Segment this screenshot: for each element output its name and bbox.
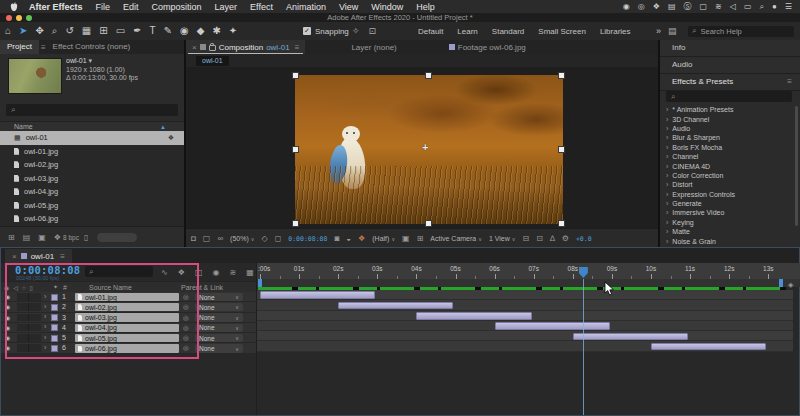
layer-expand-arrow[interactable]: › bbox=[44, 313, 46, 320]
magnification-select[interactable]: (50%)∨ bbox=[230, 235, 254, 242]
effects-category-3d-channel[interactable]: ›3D Channel bbox=[660, 114, 794, 123]
layer-visibility-toggle[interactable]: ◉ bbox=[5, 324, 10, 331]
panel-menu-icon[interactable]: ≡ bbox=[787, 74, 792, 90]
color-depth-label[interactable]: 8 bpc bbox=[63, 227, 79, 248]
skype-icon[interactable]: Ⓢ bbox=[684, 0, 692, 13]
panel-menu-icon[interactable]: ≡ bbox=[295, 43, 300, 52]
selection-handle[interactable] bbox=[292, 72, 299, 79]
layer-switch-cells[interactable] bbox=[17, 293, 41, 301]
printer-icon[interactable]: ▤ bbox=[668, 0, 676, 13]
effects-category-generate[interactable]: ›Generate bbox=[660, 199, 794, 208]
comp-marker-bin-icon[interactable]: ◈ bbox=[788, 281, 793, 289]
layer-bar-1[interactable] bbox=[260, 291, 375, 299]
video-column-icon[interactable]: ◉ bbox=[4, 284, 9, 291]
effects-scrollbar[interactable] bbox=[795, 106, 798, 226]
frame-blending-icon[interactable]: ◉ bbox=[212, 268, 219, 277]
pen-tool[interactable]: ✒ bbox=[133, 22, 141, 40]
tab-composition[interactable]: × Composition owl-01 ≡ bbox=[186, 40, 305, 54]
selection-handle[interactable] bbox=[558, 72, 565, 79]
workspace-standard[interactable]: Standard bbox=[492, 27, 524, 36]
comp-mini-flowchart-icon[interactable]: ∿ bbox=[161, 268, 168, 277]
timeline-button-icon[interactable]: ∆ bbox=[550, 234, 555, 243]
always-preview-icon[interactable]: ◘ bbox=[191, 234, 196, 243]
layer-expand-arrow[interactable]: › bbox=[44, 303, 46, 310]
home-tool[interactable]: ⌂ bbox=[5, 22, 11, 40]
project-footer-pill[interactable] bbox=[97, 233, 137, 242]
camera-tool[interactable]: ▦ bbox=[82, 22, 91, 40]
brush-tool[interactable]: ✎ bbox=[164, 22, 172, 40]
camera-select[interactable]: Active Camera∨ bbox=[430, 235, 482, 242]
workspace-menu-icon[interactable]: ▤ bbox=[668, 22, 677, 40]
menu-item-effect[interactable]: Effect bbox=[250, 2, 273, 12]
selection-handle[interactable] bbox=[558, 146, 565, 153]
layer-bar-5[interactable] bbox=[573, 333, 688, 341]
snapping-checkbox[interactable]: ✓ bbox=[303, 27, 311, 35]
resolution-select[interactable]: (Half)∨ bbox=[372, 235, 395, 242]
selection-handle[interactable] bbox=[425, 220, 432, 227]
volume-icon[interactable]: ◁ bbox=[730, 0, 736, 13]
composition-canvas[interactable]: + bbox=[295, 75, 563, 224]
layer-source-name[interactable]: owl-05.jpg bbox=[75, 334, 179, 342]
wifi-icon[interactable]: ≋ bbox=[715, 0, 722, 13]
new-folder-icon[interactable]: ▤ bbox=[23, 233, 31, 242]
layer-bar-2[interactable] bbox=[338, 302, 453, 310]
effects-category-cinema-4d[interactable]: ›CINEMA 4D bbox=[660, 161, 794, 170]
parent-select[interactable]: None∨ bbox=[195, 303, 243, 311]
fast-previews-icon[interactable]: ⊡ bbox=[536, 234, 543, 243]
menu-item-view[interactable]: View bbox=[339, 2, 358, 12]
parent-pickwhip-icon[interactable]: ◎ bbox=[183, 344, 189, 352]
pan-behind-tool[interactable]: ⊞ bbox=[99, 22, 107, 40]
spotlight-icon[interactable]: ⌕ bbox=[760, 0, 764, 13]
layer-color-swatch[interactable] bbox=[51, 314, 58, 321]
effects-category-color-correction[interactable]: ›Color Correction bbox=[660, 171, 794, 180]
menu-item-composition[interactable]: Composition bbox=[152, 2, 202, 12]
flowchart-button-icon[interactable]: ⚙ bbox=[562, 234, 569, 243]
effects-category-animation-presets[interactable]: ›* Animation Presets bbox=[660, 105, 794, 114]
viewer-lock-icon[interactable]: ∞ bbox=[217, 234, 223, 243]
layer-row-4[interactable]: ◉›4owl-04.jpg◎None∨ bbox=[1, 323, 256, 333]
parent-select[interactable]: None∨ bbox=[195, 293, 243, 301]
parent-select[interactable]: None∨ bbox=[195, 344, 243, 352]
parent-select[interactable]: None∨ bbox=[195, 313, 243, 321]
timeline-tab[interactable]: × owl-01 ≡ bbox=[5, 249, 72, 263]
shy-layers-icon[interactable]: ◫ bbox=[195, 268, 203, 277]
close-tab-icon[interactable]: × bbox=[192, 43, 197, 52]
exposure-value[interactable]: +0.0 bbox=[576, 235, 592, 243]
menu-item-animation[interactable]: Animation bbox=[286, 2, 326, 12]
layer-source-name[interactable]: owl-02.jpg bbox=[75, 303, 179, 311]
hand-tool[interactable]: ✥ bbox=[35, 22, 43, 40]
project-item-owl-05-jpg[interactable]: owl-05.jpg bbox=[0, 199, 184, 213]
effects-category-keying[interactable]: ›Keying bbox=[660, 218, 794, 227]
layer-visibility-toggle[interactable]: ◉ bbox=[5, 314, 10, 321]
show-snapshot-icon[interactable]: ◒ bbox=[346, 234, 351, 243]
snapping-toggle[interactable]: ✓ Snapping bbox=[303, 22, 349, 40]
parent-pickwhip-icon[interactable]: ◎ bbox=[183, 303, 189, 311]
battery-icon[interactable]: ▭ bbox=[744, 0, 752, 13]
layer-visibility-toggle[interactable]: ◉ bbox=[5, 344, 10, 351]
layer-row-1[interactable]: ◉›1owl-01.jpg◎None∨ bbox=[1, 292, 256, 302]
project-item-owl-03-jpg[interactable]: owl-03.jpg bbox=[0, 172, 184, 186]
zoom-tool[interactable]: ⌕ bbox=[52, 22, 58, 40]
layer-expand-arrow[interactable]: › bbox=[44, 293, 46, 300]
effects-category-boris-fx-mocha[interactable]: ›Boris FX Mocha bbox=[660, 143, 794, 152]
menu-item-window[interactable]: Window bbox=[371, 2, 403, 12]
view-layout-select[interactable]: 1 View∨ bbox=[489, 235, 516, 242]
project-item-owl-01-jpg[interactable]: owl-01.jpg bbox=[0, 145, 184, 159]
tab-effect-controls[interactable]: Effect Controls (none) bbox=[46, 40, 138, 54]
menu-item-layer[interactable]: Layer bbox=[215, 2, 238, 12]
snap-edges-icon[interactable]: ✧ bbox=[352, 22, 360, 40]
workspace-default[interactable]: Default bbox=[418, 27, 443, 36]
layer-color-swatch[interactable] bbox=[51, 324, 58, 331]
help-search-input[interactable]: ⌕ Search Help bbox=[688, 26, 794, 37]
composition-viewer[interactable]: + bbox=[186, 67, 658, 228]
effects-category-channel[interactable]: ›Channel bbox=[660, 152, 794, 161]
effects-category-noise-grain[interactable]: ›Noise & Grain bbox=[660, 236, 794, 245]
camera-status-icon[interactable]: ◎ bbox=[638, 0, 645, 13]
eraser-tool[interactable]: ◆ bbox=[197, 22, 205, 40]
layer-bar-6[interactable] bbox=[651, 343, 766, 351]
preview-time[interactable]: 0:00:08:08 bbox=[288, 235, 327, 243]
breadcrumb[interactable]: owl-01 bbox=[196, 56, 229, 66]
pixel-aspect-icon[interactable]: ⊟ bbox=[522, 234, 529, 243]
app-status-icon[interactable]: ● bbox=[772, 0, 777, 13]
layer-bar-3[interactable] bbox=[416, 312, 531, 320]
